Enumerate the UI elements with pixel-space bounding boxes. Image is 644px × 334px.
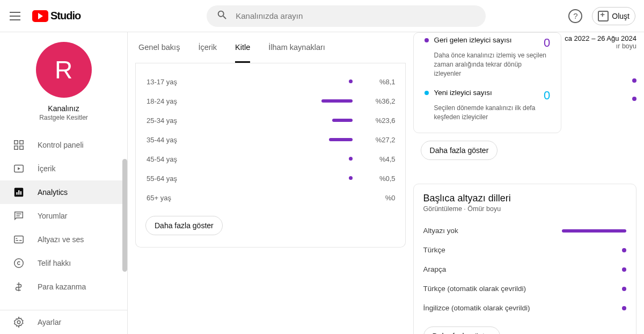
age-row: 18-24 yaş%36,2: [145, 91, 396, 111]
svg-point-15: [14, 259, 24, 268]
age-row: 35-44 yaş%27,2: [145, 130, 396, 149]
sidebar-item-analytics[interactable]: Analytics: [0, 180, 127, 204]
date-range[interactable]: ca 2022 – 26 Ağu 2024 ır boyu: [565, 32, 636, 103]
search-bar[interactable]: [207, 5, 486, 27]
channel-avatar[interactable]: R: [36, 42, 92, 98]
age-label: 25-34 yaş: [145, 117, 231, 125]
studio-logo[interactable]: Studio: [32, 10, 80, 22]
show-more-button[interactable]: Daha fazla göster: [145, 216, 223, 235]
sidebar-item-comments[interactable]: Yorumlar: [0, 204, 127, 228]
dashboard-icon: [13, 139, 25, 151]
age-label: 45-54 yaş: [145, 155, 231, 163]
svg-rect-11: [14, 236, 24, 243]
metric-title: Geri gelen izleyici sayısı: [434, 36, 533, 44]
svg-rect-2: [14, 146, 18, 149]
age-label: 13-17 yaş: [145, 78, 231, 86]
sidebar-item-settings[interactable]: Ayarlar: [0, 310, 127, 334]
age-row: 13-17 yaş%8,1: [145, 72, 396, 91]
sidebar-item-label: Kontrol paneli: [38, 141, 84, 149]
sidebar-item-content[interactable]: İçerik: [0, 157, 127, 180]
dot-icon: [425, 38, 429, 42]
age-value: %36,2: [353, 97, 396, 105]
metric-desc: Daha önce kanalınızı izlemiş ve seçilen …: [434, 51, 551, 78]
app-header: Studio ? Oluşt: [0, 0, 644, 32]
lang-label: Arapça: [423, 265, 622, 273]
sidebar-item-label: Telif hakkı: [38, 259, 71, 267]
age-distribution-card: 13-17 yaş%8,118-24 yaş%36,225-34 yaş%23,…: [135, 63, 406, 248]
lang-row: Altyazı yok: [423, 221, 626, 241]
lang-bar: [622, 248, 626, 252]
search-icon: [216, 9, 228, 23]
age-bar: [349, 157, 353, 161]
svg-rect-0: [14, 141, 18, 144]
channel-name: Rastgele Kesitler: [0, 114, 127, 121]
youtube-icon: [32, 10, 48, 22]
lang-row: Türkçe: [423, 241, 626, 260]
lang-bar: [622, 267, 626, 272]
show-more-button[interactable]: Daha fazla göster: [421, 141, 498, 160]
metric-title: Yeni izleyici sayısı: [434, 89, 533, 97]
sidebar: R Kanalınız Rastgele Kesitler Kontrol pa…: [0, 32, 128, 334]
age-label: 35-44 yaş: [145, 136, 231, 144]
tab-inspiration[interactable]: İlham kaynakları: [268, 43, 325, 63]
sidebar-item-dashboard[interactable]: Kontrol paneli: [0, 133, 127, 157]
age-row: 25-34 yaş%23,6: [145, 111, 396, 130]
tab-audience[interactable]: Kitle: [235, 43, 250, 63]
metric-value: 0: [544, 89, 550, 103]
lang-row: Türkçe (otomatik olarak çevrildi): [423, 279, 626, 299]
age-row: 55-64 yaş%0,5: [145, 169, 396, 188]
lang-label: Türkçe: [423, 246, 622, 254]
svg-rect-3: [20, 146, 23, 149]
sidebar-item-subtitles[interactable]: Altyazı ve ses: [0, 228, 127, 251]
content-icon: [13, 163, 25, 175]
sidebar-scrollbar[interactable]: [122, 159, 127, 306]
dot-icon: [632, 97, 636, 101]
lang-bar: [622, 306, 626, 310]
lang-label: Altyazı yok: [423, 227, 562, 235]
lang-row: Arapça: [423, 260, 626, 279]
create-button[interactable]: Oluşt: [592, 7, 635, 25]
age-value: %27,2: [353, 136, 396, 144]
sidebar-item-label: Ayarlar: [38, 318, 61, 326]
comments-icon: [13, 210, 25, 222]
sidebar-item-label: İçerik: [38, 164, 55, 173]
analytics-icon: [13, 186, 25, 198]
age-row: 65+ yaş%0: [145, 188, 396, 207]
sidebar-item-label: Analytics: [38, 188, 68, 197]
main-content: Genel bakış İçerik Kitle İlham kaynaklar…: [128, 32, 644, 334]
analytics-tabs: Genel bakış İçerik Kitle İlham kaynaklar…: [135, 32, 406, 63]
sidebar-item-label: Para kazanma: [38, 282, 86, 291]
sidebar-item-label: Altyazı ve ses: [38, 235, 84, 244]
lang-bar: [562, 229, 626, 233]
create-icon: [598, 11, 609, 21]
help-icon[interactable]: ?: [568, 9, 582, 23]
search-input[interactable]: [236, 11, 476, 20]
age-value: %0: [353, 194, 396, 202]
hamburger-menu-icon[interactable]: [9, 10, 21, 23]
subtitles-icon: [13, 234, 25, 245]
sidebar-item-monetize[interactable]: Para kazanma: [0, 275, 127, 299]
svg-rect-6: [16, 192, 17, 195]
show-more-button[interactable]: Daha fazla göster: [423, 326, 501, 334]
lang-bar: [622, 287, 626, 291]
age-value: %8,1: [353, 78, 396, 86]
age-label: 55-64 yaş: [145, 175, 231, 183]
age-bar: [349, 176, 353, 180]
copyright-icon: [13, 257, 25, 269]
tab-content[interactable]: İçerik: [198, 43, 217, 63]
age-label: 18-24 yaş: [145, 97, 231, 105]
tab-overview[interactable]: Genel bakış: [138, 43, 180, 63]
lang-label: Türkçe (otomatik olarak çevrildi): [423, 285, 622, 293]
sidebar-nav: Kontrol paneli İçerik Analytics Yorumlar…: [0, 133, 127, 310]
svg-point-16: [17, 321, 20, 324]
sidebar-item-copyright[interactable]: Telif hakkı: [0, 251, 127, 275]
lang-row: İngilizce (otomatik olarak çevrildi): [423, 299, 626, 318]
logo-text: Studio: [50, 10, 80, 22]
subtitles-languages-card: Başlıca altyazı dilleri Görüntüleme · Öm…: [413, 184, 636, 334]
age-label: 65+ yaş: [145, 194, 231, 202]
metric-desc: Seçilen dönemde kanalınızı ilk defa keşf…: [434, 104, 551, 122]
lang-label: İngilizce (otomatik olarak çevrildi): [423, 304, 622, 312]
dot-icon: [632, 78, 636, 83]
dot-icon: [425, 91, 429, 95]
age-bar: [321, 99, 353, 103]
